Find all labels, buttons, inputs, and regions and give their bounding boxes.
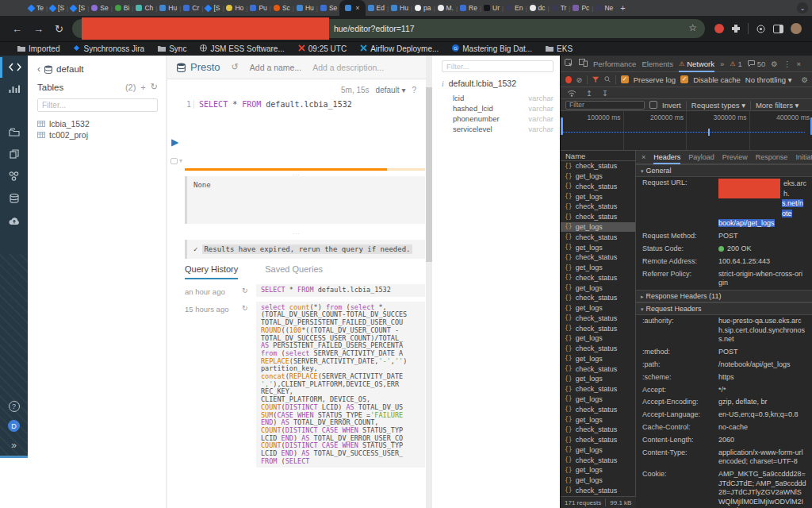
- engine-name[interactable]: Presto: [190, 61, 220, 73]
- error-badge[interactable]: ⚠1: [730, 56, 741, 72]
- browser-tab[interactable]: M.: [435, 0, 456, 16]
- bookmark-item[interactable]: Airflow Deployme...: [360, 44, 439, 53]
- tab-query-history[interactable]: Query History: [185, 264, 238, 279]
- request-row[interactable]: {}check_status: [561, 404, 635, 414]
- tab-close-icon[interactable]: ×: [355, 4, 359, 12]
- forward-button[interactable]: →: [33, 23, 44, 35]
- request-row[interactable]: {}get_logs: [561, 191, 635, 202]
- request-row[interactable]: {}check_status: [561, 455, 635, 465]
- profile-avatar[interactable]: [791, 23, 802, 34]
- request-row[interactable]: {}get_logs: [561, 394, 635, 405]
- devtools-settings-gear-icon[interactable]: ⚙: [771, 60, 778, 68]
- editor-help-icon[interactable]: ?: [412, 86, 416, 94]
- invert-checkbox[interactable]: [649, 101, 657, 109]
- query-history-icon[interactable]: ↺: [232, 62, 239, 72]
- browser-tab[interactable]: Ne: [593, 0, 615, 16]
- request-row[interactable]: {}check_status: [561, 344, 635, 354]
- columns-filter-input[interactable]: [442, 60, 553, 72]
- column-row[interactable]: hashed_lcidvarchar: [442, 103, 553, 114]
- request-row[interactable]: {}get_logs: [561, 303, 635, 314]
- more-filters-dropdown[interactable]: More filters ▾: [756, 101, 799, 110]
- bookmark-item[interactable]: Synchronoss Jira: [73, 44, 144, 53]
- request-row[interactable]: {}get_logs: [561, 222, 635, 233]
- editor-database-selector[interactable]: default: [376, 86, 400, 94]
- console-messages-badge[interactable]: 50: [748, 56, 766, 72]
- bookmark-star-icon[interactable]: ☆: [688, 22, 697, 33]
- request-types-dropdown[interactable]: Request types ▾: [691, 101, 745, 110]
- clear-network-log-icon[interactable]: ⊘: [576, 75, 583, 84]
- assist-filter-input[interactable]: [37, 98, 158, 112]
- tab-saved-queries[interactable]: Saved Queries: [265, 264, 323, 279]
- sidebar-item-copy[interactable]: [0, 144, 28, 165]
- rerun-icon[interactable]: ↻: [242, 284, 251, 297]
- reload-button[interactable]: ↻: [55, 23, 63, 35]
- bookmark-item[interactable]: EKS: [546, 44, 573, 53]
- column-row[interactable]: lcidvarchar: [442, 93, 553, 103]
- history-row[interactable]: 15 hours ago↻select count(*) from (selec…: [185, 302, 425, 468]
- sql-editor[interactable]: 1 SELECT * FROM default.lcbia_1532: [186, 100, 352, 109]
- network-settings-gear-icon[interactable]: ⚙: [801, 75, 808, 84]
- browser-tab[interactable]: Hu: [294, 0, 316, 16]
- browser-tab[interactable]: Sc: [271, 0, 293, 16]
- request-row[interactable]: {}check_status: [561, 293, 635, 303]
- request-row[interactable]: {}get_logs: [561, 465, 635, 475]
- request-row[interactable]: {}get_logs: [561, 242, 635, 252]
- request-row[interactable]: {}check_status: [561, 313, 635, 323]
- collapse-sidebar-icon[interactable]: »: [11, 440, 17, 451]
- detail-tab-headers[interactable]: Headers: [653, 151, 680, 164]
- collapse-handle[interactable]: ...: [167, 171, 426, 176]
- history-sql[interactable]: SELECT * FROM default.lcbia_1532: [256, 284, 425, 297]
- browser-tab[interactable]: En: [504, 0, 525, 16]
- extensions-puzzle-icon[interactable]: [731, 24, 741, 33]
- request-row[interactable]: {}get_logs: [561, 333, 635, 344]
- sidebar-item-importer[interactable]: [0, 211, 28, 232]
- devtools-menu-icon[interactable]: ⋮: [783, 60, 791, 68]
- snippet-type-icon[interactable]: ▾: [170, 157, 182, 164]
- request-row[interactable]: {}check_status: [561, 182, 635, 192]
- browser-tab[interactable]: Cr: [181, 0, 201, 16]
- editor-scrollbar[interactable]: [426, 56, 432, 508]
- detail-tab-initiator[interactable]: Initiator: [795, 151, 812, 164]
- execute-query-button[interactable]: ▶: [171, 137, 178, 148]
- browser-tab[interactable]: Ur: [481, 0, 502, 16]
- add-description-field[interactable]: Add a description...: [312, 63, 384, 72]
- sidebar-item-workflows[interactable]: [0, 167, 28, 187]
- browser-tab[interactable]: Tr: [550, 0, 569, 16]
- bookmark-item[interactable]: Imported: [17, 44, 59, 53]
- request-row[interactable]: {}get_logs: [561, 475, 635, 486]
- request-row[interactable]: {}check_status: [561, 435, 635, 445]
- scrollbar-thumb[interactable]: [426, 87, 432, 262]
- history-row[interactable]: an hour ago↻SELECT * FROM default.lcbia_…: [185, 284, 425, 297]
- column-row[interactable]: phonenumbervarchar: [442, 114, 553, 124]
- browser-tab[interactable]: Se: [318, 0, 339, 16]
- request-row[interactable]: {}get_logs: [561, 374, 635, 384]
- column-row[interactable]: servicelevelvarchar: [442, 124, 553, 134]
- request-row[interactable]: {}check_status: [561, 272, 635, 283]
- timeline-left-handle[interactable]: [561, 117, 563, 135]
- request-headers-section-header[interactable]: ▾Request Headers: [636, 302, 812, 315]
- browser-tab[interactable]: Bi: [113, 0, 132, 16]
- help-icon[interactable]: ?: [9, 401, 20, 412]
- devtools-close-icon[interactable]: ×: [796, 60, 801, 68]
- browser-tab[interactable]: Se: [89, 0, 110, 16]
- search-icon[interactable]: [604, 75, 611, 83]
- request-row[interactable]: {}get_logs: [561, 444, 635, 455]
- assist-back-icon[interactable]: ‹: [37, 64, 40, 75]
- browser-tab[interactable]: Hu: [389, 0, 411, 16]
- request-row[interactable]: {}get_logs: [561, 171, 635, 182]
- browser-tab[interactable]: [S: [68, 0, 87, 16]
- back-button[interactable]: ←: [12, 23, 22, 35]
- request-row[interactable]: {}check_status: [561, 202, 635, 212]
- side-panel-icon[interactable]: [773, 25, 783, 33]
- add-name-field[interactable]: Add a name...: [250, 63, 301, 72]
- sidebar-item-code-editor[interactable]: [0, 57, 28, 78]
- browser-tab[interactable]: Te: [26, 0, 46, 16]
- browser-tab[interactable]: [S: [203, 0, 222, 16]
- browser-tab[interactable]: Pu: [247, 0, 269, 16]
- sidebar-item-tables[interactable]: [0, 189, 28, 210]
- network-conditions-icon[interactable]: [567, 90, 576, 97]
- devtools-tab-network[interactable]: ⚠Network: [679, 56, 714, 72]
- browser-tab[interactable]: Re: [458, 0, 480, 16]
- request-row[interactable]: {}check_status: [561, 232, 635, 242]
- bookmark-item[interactable]: JSM ESS Software...: [200, 44, 284, 53]
